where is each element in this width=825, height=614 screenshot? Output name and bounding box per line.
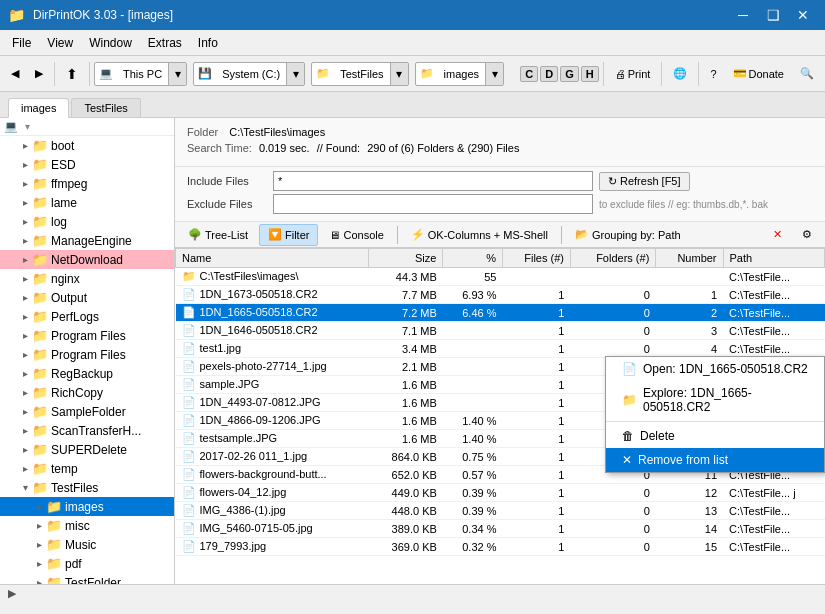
minimize-button[interactable]: ─ bbox=[729, 5, 757, 25]
breadcrumb-tab-images[interactable]: images bbox=[8, 98, 69, 118]
menu-view[interactable]: View bbox=[39, 33, 81, 53]
close-button[interactable]: ✕ bbox=[789, 5, 817, 25]
menu-info[interactable]: Info bbox=[190, 33, 226, 53]
exclude-input[interactable] bbox=[273, 194, 593, 214]
delete-toolbar-button[interactable]: ✕ bbox=[764, 224, 791, 246]
include-input[interactable] bbox=[273, 171, 593, 191]
tree-item-label: images bbox=[65, 500, 104, 514]
col-path[interactable]: Path bbox=[723, 249, 824, 268]
col-number[interactable]: Number bbox=[656, 249, 723, 268]
table-row[interactable]: 📄flowers-04_12.jpg449.0 KB0.39 %1012C:\T… bbox=[176, 484, 825, 502]
tree-item[interactable]: ▸📁log bbox=[0, 212, 174, 231]
tree-item[interactable]: ▸📁RegBackup bbox=[0, 364, 174, 383]
col-files[interactable]: Files (#) bbox=[502, 249, 570, 268]
tree-expand-icon: ▸ bbox=[18, 197, 32, 208]
tree-item[interactable]: ▸📁Program Files bbox=[0, 326, 174, 345]
table-row[interactable]: 📄1DN_1673-050518.CR27.7 MB6.93 %101C:\Te… bbox=[176, 286, 825, 304]
search-button[interactable]: 🔍 bbox=[793, 60, 821, 88]
menu-file[interactable]: File bbox=[4, 33, 39, 53]
tree-item[interactable]: ▸📁boot bbox=[0, 136, 174, 155]
table-cell: 0 bbox=[570, 322, 655, 340]
tree-item[interactable]: ▸📁pdf bbox=[0, 554, 174, 573]
tree-item[interactable]: ▸📁PerfLogs bbox=[0, 307, 174, 326]
tree-item[interactable]: ▸📁Output bbox=[0, 288, 174, 307]
tree-item[interactable]: ▸📁nginx bbox=[0, 269, 174, 288]
menu-window[interactable]: Window bbox=[81, 33, 140, 53]
table-row[interactable]: 📄1DN_1665-050518.CR27.2 MB6.46 %102C:\Te… bbox=[176, 304, 825, 322]
separator-5 bbox=[698, 62, 699, 86]
col-pct[interactable]: % bbox=[443, 249, 503, 268]
menu-extras[interactable]: Extras bbox=[140, 33, 190, 53]
col-size[interactable]: Size bbox=[369, 249, 443, 268]
file-icon: 📄 bbox=[182, 378, 196, 390]
col-folders[interactable]: Folders (#) bbox=[570, 249, 655, 268]
tree-item[interactable]: ▸📁Program Files bbox=[0, 345, 174, 364]
breadcrumb-tab-testfiles[interactable]: TestFiles bbox=[71, 98, 140, 117]
tree-folder-icon: 📁 bbox=[46, 537, 62, 552]
breadcrumb-tabs: images TestFiles bbox=[0, 92, 825, 118]
forward-button[interactable]: ▶ bbox=[28, 60, 50, 88]
tree-item[interactable]: ▸📁ffmpeg bbox=[0, 174, 174, 193]
refresh-toolbar-button[interactable]: ⚙ bbox=[793, 224, 821, 246]
console-button[interactable]: 🖥 Console bbox=[320, 224, 392, 246]
table-cell: 652.0 KB bbox=[369, 466, 443, 484]
tree-item[interactable]: ▾📁TestFiles bbox=[0, 478, 174, 497]
table-row[interactable]: 📄1DN_1646-050518.CR27.1 MB103C:\TestFile… bbox=[176, 322, 825, 340]
tree-item[interactable]: ▸📁temp bbox=[0, 459, 174, 478]
help-button[interactable]: ? bbox=[703, 60, 723, 88]
tree-item[interactable]: ▸📁ESD bbox=[0, 155, 174, 174]
images-dropdown-arrow[interactable]: ▾ bbox=[485, 63, 503, 85]
tree-list-button[interactable]: 🌳 Tree-List bbox=[179, 224, 257, 246]
nav-up-button[interactable]: ⬆ bbox=[59, 60, 85, 88]
tree-item[interactable]: ▸📁lame bbox=[0, 193, 174, 212]
table-row[interactable]: 📄IMG_4386-(1).jpg448.0 KB0.39 %1013C:\Te… bbox=[176, 502, 825, 520]
images-dropdown[interactable]: 📁 images ▾ bbox=[415, 62, 504, 86]
tree-item-label: ESD bbox=[51, 158, 76, 172]
testfiles-dropdown-arrow[interactable]: ▾ bbox=[390, 63, 408, 85]
tree-item[interactable]: ▸📁TestFolder bbox=[0, 573, 174, 584]
tree-item[interactable]: ▸📁images bbox=[0, 497, 174, 516]
ctx-delete[interactable]: 🗑 Delete bbox=[606, 424, 824, 448]
donate-button[interactable]: 💳 Donate bbox=[726, 60, 791, 88]
tree-item[interactable]: ▸📁NetDownload bbox=[0, 250, 174, 269]
testfiles-dropdown[interactable]: 📁 TestFiles ▾ bbox=[311, 62, 408, 86]
filter-button[interactable]: 🔽 Filter bbox=[259, 224, 318, 246]
tree-item[interactable]: ▸📁ManageEngine bbox=[0, 231, 174, 250]
ctx-remove[interactable]: ✕ Remove from list bbox=[606, 448, 824, 472]
table-row[interactable]: 📄test1.jpg3.4 MB104C:\TestFile... bbox=[176, 340, 825, 358]
systemc-dropdown-arrow[interactable]: ▾ bbox=[286, 63, 304, 85]
back-button[interactable]: ◀ bbox=[4, 60, 26, 88]
tree-folder-icon: 📁 bbox=[32, 366, 48, 381]
col-name[interactable]: Name bbox=[176, 249, 369, 268]
grouping-button[interactable]: 📂 Grouping by: Path bbox=[566, 224, 690, 246]
tree-item[interactable]: ▸📁RichCopy bbox=[0, 383, 174, 402]
tree-item[interactable]: ▸📁SampleFolder bbox=[0, 402, 174, 421]
title-bar: 📁 DirPrintOK 3.03 - [images] ─ ❑ ✕ bbox=[0, 0, 825, 30]
tree-item[interactable]: ▸📁SUPERDelete bbox=[0, 440, 174, 459]
tree-item[interactable]: ▸📁ScanTransferH... bbox=[0, 421, 174, 440]
tree-item[interactable]: ▸📁misc bbox=[0, 516, 174, 535]
tree-item-label: Music bbox=[65, 538, 96, 552]
tree-item[interactable]: ▸📁Music bbox=[0, 535, 174, 554]
tree-folder-icon: 📁 bbox=[32, 290, 48, 305]
tree-item-label: PerfLogs bbox=[51, 310, 99, 324]
thispc-dropdown-arrow[interactable]: ▾ bbox=[168, 63, 186, 85]
separator-2 bbox=[89, 62, 90, 86]
file-table-container[interactable]: Name Size % Files (#) Folders (#) Number… bbox=[175, 248, 825, 584]
globe-button[interactable]: 🌐 bbox=[666, 60, 694, 88]
context-menu: 📄 Open: 1DN_1665-050518.CR2 📁 Explore: 1… bbox=[605, 356, 825, 473]
restore-button[interactable]: ❑ bbox=[759, 5, 787, 25]
print-button[interactable]: 🖨 Print bbox=[608, 60, 658, 88]
refresh-button[interactable]: ↻ Refresh [F5] bbox=[599, 172, 690, 191]
ctx-explore[interactable]: 📁 Explore: 1DN_1665-050518.CR2 bbox=[606, 381, 824, 419]
table-cell: 📄179_7993.jpg bbox=[176, 538, 369, 556]
table-row[interactable]: 📁C:\TestFiles\images\44.3 MB55C:\TestFil… bbox=[176, 268, 825, 286]
thispc-dropdown[interactable]: 💻 This PC ▾ bbox=[94, 62, 187, 86]
systemc-dropdown[interactable]: 💾 System (C:) ▾ bbox=[193, 62, 305, 86]
ok-columns-button[interactable]: ⚡ OK-Columns + MS-Shell bbox=[402, 224, 557, 246]
table-row[interactable]: 📄IMG_5460-0715-05.jpg389.0 KB0.34 %1014C… bbox=[176, 520, 825, 538]
table-cell: 📄1DN_1665-050518.CR2 bbox=[176, 304, 369, 322]
tree-item-label: Program Files bbox=[51, 348, 126, 362]
table-row[interactable]: 📄179_7993.jpg369.0 KB0.32 %1015C:\TestFi… bbox=[176, 538, 825, 556]
ctx-open[interactable]: 📄 Open: 1DN_1665-050518.CR2 bbox=[606, 357, 824, 381]
